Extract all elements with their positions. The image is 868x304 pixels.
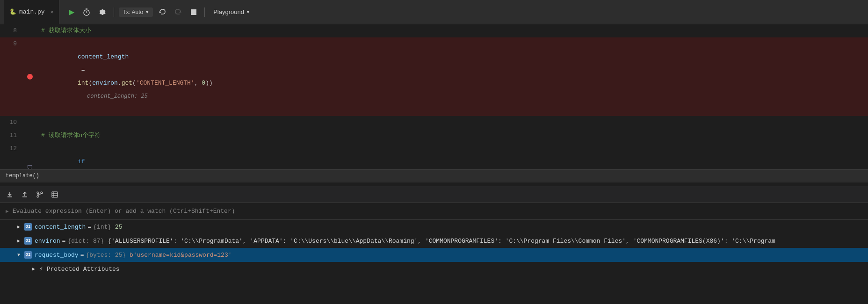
type-icon-environ: OI	[24, 237, 32, 245]
tx-chevron: ▼	[145, 10, 149, 14]
line-gutter-8	[24, 24, 36, 37]
svg-rect-1	[191, 9, 196, 15]
tx-dropdown[interactable]: Tx: Auto ▼	[119, 7, 153, 17]
svg-rect-5	[52, 192, 58, 197]
divider	[114, 7, 114, 17]
svg-point-3	[37, 195, 39, 197]
var-row-content_length[interactable]: ▶ OI content_length = {int} 25	[0, 220, 868, 234]
inline-value-content_length: content_length: 25	[87, 93, 148, 100]
debug-table-icon[interactable]	[49, 189, 61, 200]
toolbar-controls: ▶ Tx: Auto ▼ Playground ▼	[62, 6, 258, 18]
debug-panel: ▶ Evaluate expression (Enter) or add a w…	[0, 186, 868, 304]
tab-bar: 🐍 main.py ✕	[4, 0, 59, 24]
line-content-8: # 获取请求体大小	[36, 24, 868, 37]
svg-point-2	[37, 192, 39, 194]
type-icon-content_length: OI	[24, 223, 32, 231]
expand-icon-protected: ▶	[30, 265, 37, 273]
code-editor: 8 # 获取请求体大小 9 content_length = int(envir…	[0, 24, 868, 169]
comment-text: # 获取请求体大小	[41, 27, 91, 34]
main-toolbar: 🐍 main.py ✕ ▶ Tx: Auto ▼ Playground ▼	[0, 0, 868, 24]
code-line-8: 8 # 获取请求体大小	[0, 24, 868, 37]
var-val-content_length: {int} 25	[93, 224, 122, 231]
line-number-12: 12	[0, 142, 24, 169]
line-gutter-12: ⛉	[24, 142, 36, 169]
debug-evaluate-bar: ▶ Evaluate expression (Enter) or add a w…	[0, 203, 868, 220]
line-number-9: 9	[0, 37, 24, 116]
code-line-12: 12 ⛉ if content_length:	[0, 142, 868, 169]
breadcrumb-text: template()	[6, 173, 39, 179]
var-row-environ[interactable]: ▶ OI environ = {dict: 87} {'ALLUSERSPROF…	[0, 234, 868, 248]
var-eq-content_length: =	[87, 224, 91, 231]
evaluate-placeholder: Evaluate expression (Enter) or add a wat…	[13, 208, 235, 215]
line-gutter-11	[24, 129, 36, 142]
run-button[interactable]: ▶	[66, 6, 77, 18]
undo-button[interactable]	[156, 7, 169, 18]
playground-button[interactable]: Playground ▼	[210, 7, 254, 17]
line-number-10: 10	[0, 116, 24, 129]
debug-toolbar	[0, 186, 868, 203]
line-content-11: # 读取请求体n个字符	[36, 129, 868, 142]
playground-chevron: ▼	[246, 10, 250, 14]
var-name-protected: ⚡ Protected Attributes	[39, 265, 120, 273]
var-val-request_body: {bytes: 25} b'username=kid&password=123'	[86, 252, 231, 259]
playground-label: Playground	[213, 8, 244, 15]
tab-close-icon[interactable]: ✕	[51, 9, 54, 15]
tx-label: Tx: Auto	[123, 9, 143, 15]
code-line-10: 10	[0, 116, 868, 129]
var-content_length: content_length	[78, 53, 129, 60]
stop-button[interactable]	[188, 7, 200, 17]
breakpoint-9	[27, 74, 33, 80]
expand-icon-request_body: ▼	[15, 251, 22, 259]
line-gutter-9	[24, 37, 36, 116]
line-content-9: content_length = int(environ.get('CONTEN…	[36, 37, 868, 116]
code-lines: 8 # 获取请求体大小 9 content_length = int(envir…	[0, 24, 868, 169]
expand-icon-environ: ▶	[15, 237, 22, 245]
var-name-content_length: content_length	[35, 224, 86, 231]
divider2	[204, 7, 205, 17]
tab-label: main.py	[19, 8, 45, 15]
line-content-10	[36, 116, 868, 129]
bookmark-12: ⛉	[27, 162, 33, 169]
var-row-request_body[interactable]: ▼ OI request_body = {bytes: 25} b'userna…	[0, 248, 868, 262]
var-eq-environ: =	[62, 238, 66, 245]
debug-download-icon[interactable]	[4, 189, 16, 200]
expand-icon-content_length: ▶	[15, 223, 22, 231]
breadcrumb-bar: template()	[0, 169, 868, 182]
debug-branch-icon[interactable]	[34, 189, 46, 200]
var-name-environ: environ	[35, 238, 60, 245]
var-eq-request_body: =	[80, 252, 84, 259]
line-gutter-10	[24, 116, 36, 129]
redo-button[interactable]	[172, 7, 185, 18]
var-row-protected-attrs[interactable]: ▶ ⚡ Protected Attributes	[0, 262, 868, 276]
timer-button[interactable]	[80, 7, 93, 18]
line-number-8: 8	[0, 24, 24, 37]
debug-variables: ▶ OI content_length = {int} 25 ▶ OI envi…	[0, 220, 868, 304]
code-line-9: 9 content_length = int(environ.get('CONT…	[0, 37, 868, 116]
panel-separator	[0, 182, 868, 186]
tab-main-py[interactable]: 🐍 main.py ✕	[4, 0, 59, 24]
line-number-11: 11	[0, 129, 24, 142]
settings-button[interactable]	[96, 7, 109, 18]
type-icon-request_body: OI	[24, 251, 32, 259]
tab-file-icon: 🐍	[9, 8, 16, 15]
var-name-request_body: request_body	[35, 252, 79, 259]
code-line-11: 11 # 读取请求体n个字符	[0, 129, 868, 142]
var-val-environ: {dict: 87} {'ALLUSERSPROFILE': 'C:\\Prog…	[67, 238, 775, 245]
line-content-12: if content_length:	[36, 142, 868, 169]
debug-upload-icon[interactable]	[19, 189, 31, 200]
